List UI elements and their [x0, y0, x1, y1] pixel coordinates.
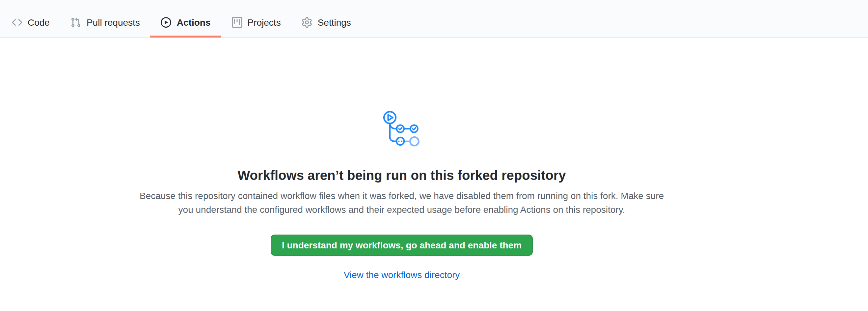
tab-code[interactable]: Code: [1, 0, 60, 37]
enable-workflows-button[interactable]: I understand my workflows, go ahead and …: [271, 235, 533, 256]
description-text: Because this repository contained workfl…: [133, 189, 671, 217]
project-icon: [232, 17, 242, 28]
tab-label: Settings: [318, 15, 351, 30]
code-icon: [12, 17, 22, 28]
tab-actions[interactable]: Actions: [151, 0, 221, 37]
workflow-graph-icon: [383, 111, 420, 147]
tab-settings[interactable]: Settings: [291, 0, 362, 37]
tab-label: Projects: [248, 15, 281, 30]
tab-projects[interactable]: Projects: [221, 0, 291, 37]
page: Code Pull requests Actions Projects Sett: [0, 0, 868, 311]
tab-label: Actions: [177, 15, 211, 30]
actions-disabled-panel: Workflows aren’t being run on this forke…: [0, 37, 868, 311]
tab-label: Pull requests: [87, 15, 140, 30]
view-workflows-directory-link[interactable]: View the workflows directory: [344, 270, 460, 280]
blankslate: Workflows aren’t being run on this forke…: [133, 37, 671, 282]
repo-tab-nav: Code Pull requests Actions Projects Sett: [0, 0, 868, 37]
tab-label: Code: [28, 15, 50, 30]
link-row: View the workflows directory: [133, 268, 671, 282]
gear-icon: [302, 17, 312, 28]
page-title: Workflows aren’t being run on this forke…: [133, 167, 671, 184]
git-pull-request-icon: [71, 17, 81, 28]
play-icon: [161, 17, 172, 28]
tab-pull-requests[interactable]: Pull requests: [60, 0, 151, 37]
